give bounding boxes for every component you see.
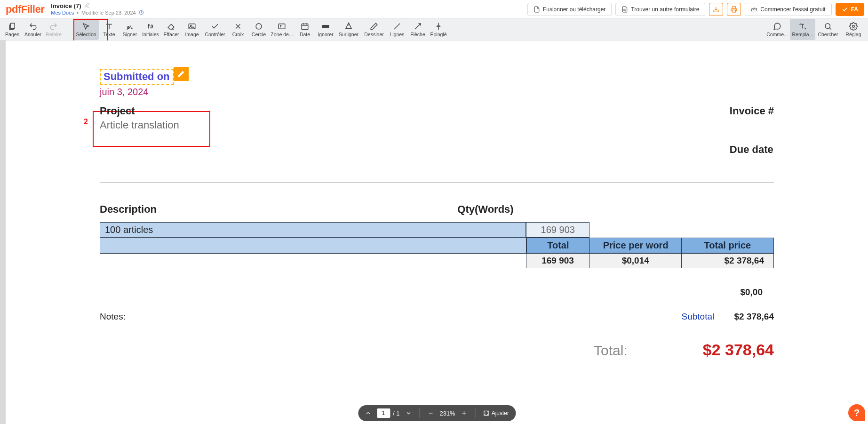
- edit-field-button[interactable]: [174, 67, 189, 81]
- page-total: / 1: [393, 410, 399, 417]
- tool-replace[interactable]: Rempla...: [790, 19, 815, 40]
- subtotal-value: $2 378,64: [734, 312, 774, 321]
- doc-title: Invoice (7): [51, 3, 81, 9]
- tool-search[interactable]: Chercher: [815, 19, 841, 40]
- svg-rect-6: [279, 24, 285, 29]
- start-trial-button[interactable]: Commencer l'essai gratuit: [745, 3, 831, 16]
- tool-textzone[interactable]: Zone de...: [269, 19, 295, 40]
- svg-rect-8: [322, 25, 329, 27]
- document-page: Submitted on juin 3, 2024 Project Articl…: [6, 40, 868, 359]
- tool-select[interactable]: Sélection: [73, 19, 99, 40]
- redo-icon: [49, 22, 58, 31]
- history-icon[interactable]: [139, 10, 144, 16]
- tool-draw[interactable]: Dessiner: [361, 19, 387, 40]
- edit-icon: [177, 70, 185, 78]
- initials-icon: [146, 22, 155, 31]
- sign-icon: [126, 22, 134, 31]
- help-button[interactable]: ?: [848, 404, 865, 421]
- logo-right: Filler: [21, 3, 45, 15]
- doc-title-block: Invoice (7) Mes Docs • Modifié le Sep 23…: [51, 2, 143, 16]
- tool-pin[interactable]: Épinglé: [428, 19, 449, 40]
- tool-comment[interactable]: Comme...: [764, 19, 790, 40]
- dot-sep: •: [77, 10, 79, 16]
- project-value: Article translation: [100, 119, 179, 131]
- zoom-level: 231%: [439, 410, 455, 417]
- print-icon: [731, 6, 737, 13]
- tool-circle[interactable]: Cercle: [248, 19, 269, 40]
- fit-icon: [483, 410, 490, 416]
- col-qty: Qty(Words): [448, 203, 523, 216]
- checkmark-icon: [211, 22, 219, 31]
- tool-erase[interactable]: Effacer: [161, 19, 182, 40]
- page-navigator: / 1 231% Ajuster: [358, 405, 516, 421]
- table-row: 100 articles 169 903: [100, 223, 774, 238]
- tool-lines[interactable]: Lignes: [387, 19, 407, 40]
- breadcrumb-link[interactable]: Mes Docs: [51, 10, 74, 16]
- svg-point-5: [256, 24, 262, 29]
- cell-ppw: $0,014: [589, 254, 682, 268]
- total-value: $2 378,64: [703, 341, 774, 359]
- submitted-on-field[interactable]: Submitted on: [100, 69, 174, 85]
- page-down-button[interactable]: [402, 407, 414, 419]
- undo-icon: [29, 22, 37, 31]
- document-canvas[interactable]: 2 Submitted on juin 3, 2024 Project Arti…: [6, 40, 868, 424]
- line-icon: [393, 22, 401, 31]
- tool-highlight[interactable]: Surligner: [336, 19, 361, 40]
- zoom-out-button[interactable]: [424, 407, 437, 419]
- total-label: Total:: [594, 343, 628, 359]
- cell-total-price: $2 378,64: [682, 254, 774, 268]
- tool-ignore[interactable]: Ignorer: [315, 19, 336, 40]
- tool-initials[interactable]: Initiales: [140, 19, 161, 40]
- project-label: Project: [100, 105, 179, 117]
- submitted-label: Submitted on: [104, 71, 170, 82]
- tool-redo[interactable]: Refaire: [43, 19, 64, 40]
- erase-icon: [167, 22, 175, 31]
- invoice-number-label: Invoice #: [730, 105, 774, 117]
- tool-sign[interactable]: Signer: [119, 19, 140, 40]
- print-button[interactable]: [727, 3, 741, 16]
- tool-undo[interactable]: Annuler: [23, 19, 43, 40]
- done-label: FA: [851, 6, 858, 13]
- cursor-icon: [82, 22, 90, 31]
- gear-icon: [849, 22, 858, 31]
- table-headers: Description Qty(Words): [100, 203, 774, 216]
- rename-icon[interactable]: [84, 2, 90, 9]
- zoom-in-button[interactable]: [458, 407, 470, 419]
- download-button[interactable]: [709, 3, 723, 16]
- tool-date[interactable]: Date: [295, 19, 315, 40]
- tool-arrow[interactable]: Flèche: [407, 19, 428, 40]
- merge-download-button[interactable]: Fusionner ou télécharger: [527, 3, 612, 16]
- tool-image[interactable]: Image: [182, 19, 202, 40]
- fit-button[interactable]: Ajuster: [480, 407, 512, 419]
- page-up-button[interactable]: [362, 407, 374, 419]
- tool-pages[interactable]: Pages: [2, 19, 23, 40]
- crown-icon: [751, 6, 757, 13]
- tool-text[interactable]: Texte: [99, 19, 119, 40]
- comment-icon: [773, 22, 781, 31]
- subtotal-label: Subtotal: [682, 312, 715, 321]
- download-icon: [713, 6, 719, 13]
- done-button[interactable]: FA: [836, 3, 864, 16]
- tool-cross[interactable]: Croix: [228, 19, 248, 40]
- submitted-date: juin 3, 2024: [100, 87, 174, 97]
- zero-line: $0,00: [100, 287, 774, 297]
- textzone-icon: [278, 22, 286, 31]
- cell-total-qty: 169 903: [526, 254, 589, 268]
- document-icon: [534, 6, 540, 13]
- notes-label: Notes:: [100, 312, 126, 322]
- svg-point-9: [825, 24, 830, 29]
- replace-text-icon: [798, 22, 807, 31]
- cross-icon: [234, 22, 242, 31]
- invoice-table: 100 articles 169 903 Total Price per wor…: [100, 222, 774, 268]
- tool-settings[interactable]: Réglag: [841, 19, 866, 40]
- cell-qty: 169 903: [526, 223, 589, 238]
- totals-row: 169 903 $0,014 $2 378,64: [100, 254, 774, 268]
- table-row-empty: Total Price per word Total price: [100, 238, 774, 254]
- find-form-button[interactable]: Trouver un autre formulaire: [615, 3, 705, 16]
- svg-rect-7: [302, 24, 308, 29]
- check-icon: [842, 6, 848, 13]
- arrow-icon: [414, 22, 422, 31]
- tool-check[interactable]: Contrôler: [202, 19, 228, 40]
- page-input[interactable]: [377, 408, 390, 418]
- modified-label: Modifié le Sep 23, 2024: [81, 10, 136, 16]
